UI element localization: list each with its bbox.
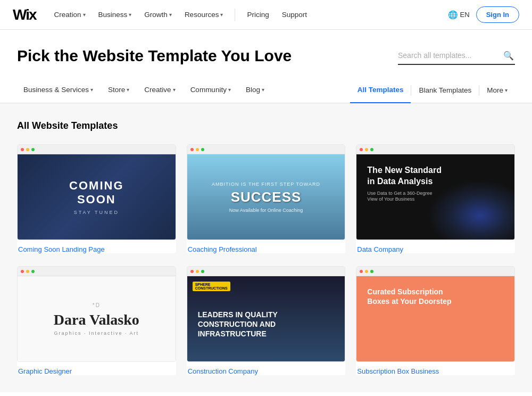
template-thumbnail: AMBITION IS THE FIRST STEP TOWARD SUCCES… [187, 144, 346, 240]
nav-divider [235, 9, 235, 21]
search-bar: 🔍 [398, 47, 515, 65]
template-thumbnail: COMINGSOON STAY TUNED [17, 144, 176, 240]
cat-creative[interactable]: Creative ▾ [138, 78, 181, 103]
globe-icon: 🌐 [448, 10, 458, 20]
template-card[interactable]: Curated SubscriptionBoxes at Your Doorst… [356, 266, 515, 375]
main-content: All Website Templates COMINGSOON STAY TU… [0, 103, 532, 392]
chevron-down-icon: ▾ [129, 12, 131, 18]
nav-right: 🌐 EN Sign In [448, 6, 519, 23]
template-name: Data Company [356, 245, 515, 253]
hero-section: Pick the Website Template You Love 🔍 [0, 30, 532, 78]
tab-blank-templates[interactable]: Blank Templates [411, 78, 479, 103]
chevron-down-icon: ▾ [262, 87, 264, 93]
tab-all-templates[interactable]: All Templates [350, 78, 411, 103]
template-grid: COMINGSOON STAY TUNED Coming Soon Landin… [17, 144, 515, 375]
main-nav: Wix Creation ▾ Business ▾ Growth ▾ Resou… [0, 0, 532, 30]
chevron-down-icon: ▾ [127, 87, 129, 93]
template-thumbnail: The New Standardin Data AnalysisUse Data… [356, 144, 515, 240]
chevron-down-icon: ▾ [220, 12, 223, 18]
cat-community[interactable]: Community ▾ [184, 78, 237, 103]
wix-logo[interactable]: Wix [13, 6, 36, 23]
template-name: Construction Company [187, 367, 346, 375]
nav-item-growth[interactable]: Growth ▾ [139, 7, 177, 22]
template-thumbnail: Curated SubscriptionBoxes at Your Doorst… [356, 266, 515, 362]
category-nav: Business & Services ▾ Store ▾ Creative ▾… [0, 78, 532, 103]
chevron-down-icon: ▾ [173, 87, 176, 93]
template-thumbnail: *D Dara Valasko Graphics · Interactive ·… [17, 266, 176, 362]
tab-more[interactable]: More ▾ [479, 78, 515, 103]
nav-item-support[interactable]: Support [277, 7, 312, 22]
search-input[interactable] [398, 51, 499, 60]
template-card[interactable]: SPHERECONSTRUCTIONS LEADERS IN QUALITYCO… [187, 266, 346, 375]
language-selector[interactable]: 🌐 EN [448, 10, 470, 20]
template-card[interactable]: AMBITION IS THE FIRST STEP TOWARD SUCCES… [187, 144, 346, 253]
search-icon[interactable]: 🔍 [503, 51, 514, 61]
chevron-down-icon: ▾ [505, 87, 508, 93]
section-title: All Website Templates [17, 120, 515, 131]
nav-item-business[interactable]: Business ▾ [93, 7, 137, 22]
category-nav-right: All Templates Blank Templates More ▾ [350, 78, 515, 103]
template-card[interactable]: The New Standardin Data AnalysisUse Data… [356, 144, 515, 253]
page-title: Pick the Website Template You Love [17, 47, 292, 65]
nav-menu: Creation ▾ Business ▾ Growth ▾ Resources… [49, 7, 444, 22]
chevron-down-icon: ▾ [169, 12, 172, 18]
template-thumbnail: SPHERECONSTRUCTIONS LEADERS IN QUALITYCO… [187, 266, 346, 362]
template-card[interactable]: *D Dara Valasko Graphics · Interactive ·… [17, 266, 176, 375]
chevron-down-icon: ▾ [90, 87, 93, 93]
template-name: Subscription Box Business [356, 367, 515, 375]
cat-blog[interactable]: Blog ▾ [239, 78, 271, 103]
cat-store[interactable]: Store ▾ [102, 78, 136, 103]
template-name: Coaching Professional [187, 245, 346, 253]
nav-item-creation[interactable]: Creation ▾ [49, 7, 91, 22]
template-name: Graphic Designer [17, 367, 176, 375]
template-card[interactable]: COMINGSOON STAY TUNED Coming Soon Landin… [17, 144, 176, 253]
chevron-down-icon: ▾ [83, 12, 86, 18]
template-name: Coming Soon Landing Page [17, 245, 176, 253]
category-nav-left: Business & Services ▾ Store ▾ Creative ▾… [17, 78, 350, 103]
chevron-down-icon: ▾ [228, 87, 231, 93]
nav-item-pricing[interactable]: Pricing [242, 7, 274, 22]
nav-item-resources[interactable]: Resources ▾ [179, 7, 229, 22]
cat-business-services[interactable]: Business & Services ▾ [17, 78, 99, 103]
sign-in-button[interactable]: Sign In [476, 6, 519, 23]
